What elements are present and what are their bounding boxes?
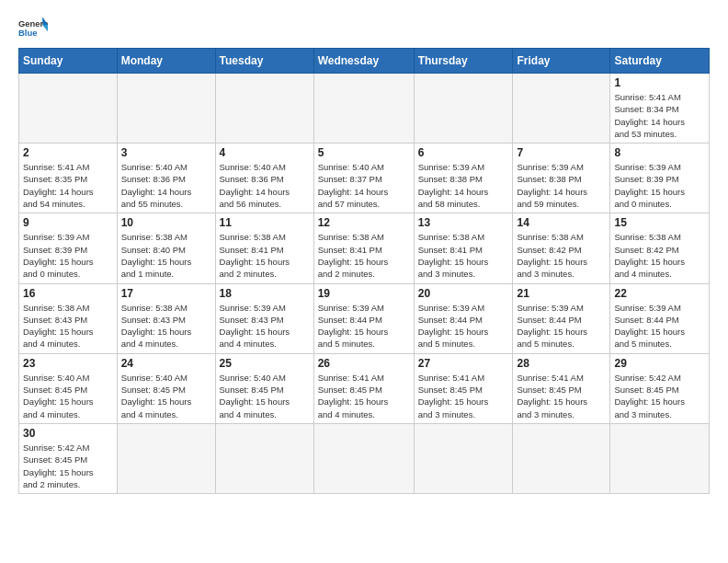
day-number: 28 [517,357,606,370]
calendar-day-cell: 14Sunrise: 5:38 AM Sunset: 8:42 PM Dayli… [513,213,610,283]
calendar-day-cell: 1Sunrise: 5:41 AM Sunset: 8:34 PM Daylig… [610,74,710,144]
calendar-day-cell: 23Sunrise: 5:40 AM Sunset: 8:45 PM Dayli… [19,353,118,423]
calendar-weekday-header: Saturday [610,49,710,74]
calendar-day-cell [414,423,513,493]
day-info: Sunrise: 5:40 AM Sunset: 8:36 PM Dayligh… [220,161,310,210]
calendar-week-row: 2Sunrise: 5:41 AM Sunset: 8:35 PM Daylig… [19,144,710,213]
calendar-day-cell [513,423,610,493]
calendar-weekday-header: Tuesday [215,49,313,74]
day-info: Sunrise: 5:39 AM Sunset: 8:44 PM Dayligh… [517,302,606,350]
day-number: 4 [220,146,310,159]
calendar-day-cell: 7Sunrise: 5:39 AM Sunset: 8:38 PM Daylig… [513,144,610,213]
calendar-day-cell: 17Sunrise: 5:38 AM Sunset: 8:43 PM Dayli… [117,283,215,353]
calendar-day-cell: 26Sunrise: 5:41 AM Sunset: 8:45 PM Dayli… [313,353,414,423]
day-number: 12 [318,216,410,229]
day-info: Sunrise: 5:39 AM Sunset: 8:38 PM Dayligh… [517,161,606,210]
day-number: 23 [23,357,113,370]
day-number: 16 [23,287,113,300]
calendar-day-cell: 5Sunrise: 5:40 AM Sunset: 8:37 PM Daylig… [313,144,414,213]
calendar-day-cell: 15Sunrise: 5:38 AM Sunset: 8:42 PM Dayli… [610,213,710,283]
day-number: 2 [23,146,113,159]
day-info: Sunrise: 5:39 AM Sunset: 8:44 PM Dayligh… [318,302,410,350]
day-info: Sunrise: 5:38 AM Sunset: 8:42 PM Dayligh… [614,231,705,280]
day-info: Sunrise: 5:38 AM Sunset: 8:43 PM Dayligh… [121,302,211,350]
calendar-day-cell [117,74,215,144]
day-info: Sunrise: 5:40 AM Sunset: 8:36 PM Dayligh… [121,161,211,210]
day-info: Sunrise: 5:39 AM Sunset: 8:43 PM Dayligh… [220,302,310,350]
calendar-day-cell [215,423,313,493]
calendar-week-row: 9Sunrise: 5:39 AM Sunset: 8:39 PM Daylig… [19,213,710,283]
day-number: 7 [517,146,606,159]
calendar-week-row: 16Sunrise: 5:38 AM Sunset: 8:43 PM Dayli… [19,283,710,353]
calendar-day-cell: 13Sunrise: 5:38 AM Sunset: 8:41 PM Dayli… [414,213,513,283]
day-info: Sunrise: 5:39 AM Sunset: 8:44 PM Dayligh… [614,302,705,350]
day-info: Sunrise: 5:40 AM Sunset: 8:45 PM Dayligh… [23,372,113,420]
day-info: Sunrise: 5:41 AM Sunset: 8:45 PM Dayligh… [418,372,509,420]
day-number: 1 [614,76,705,89]
day-number: 26 [318,357,410,370]
calendar-day-cell: 28Sunrise: 5:41 AM Sunset: 8:45 PM Dayli… [513,353,610,423]
calendar-week-row: 1Sunrise: 5:41 AM Sunset: 8:34 PM Daylig… [19,74,710,144]
calendar-day-cell: 19Sunrise: 5:39 AM Sunset: 8:44 PM Dayli… [313,283,414,353]
day-info: Sunrise: 5:42 AM Sunset: 8:45 PM Dayligh… [23,442,113,490]
day-number: 19 [318,287,410,300]
calendar-day-cell: 4Sunrise: 5:40 AM Sunset: 8:36 PM Daylig… [215,144,313,213]
day-number: 15 [614,216,705,229]
calendar-weekday-header: Friday [513,49,610,74]
calendar-table: SundayMondayTuesdayWednesdayThursdayFrid… [18,48,710,494]
calendar-day-cell [215,74,313,144]
day-number: 24 [121,357,211,370]
calendar-day-cell: 11Sunrise: 5:38 AM Sunset: 8:41 PM Dayli… [215,213,313,283]
day-info: Sunrise: 5:38 AM Sunset: 8:41 PM Dayligh… [418,231,509,280]
day-number: 8 [614,146,705,159]
day-number: 30 [23,427,113,440]
calendar-week-row: 23Sunrise: 5:40 AM Sunset: 8:45 PM Dayli… [19,353,710,423]
logo-icon: General Blue [18,15,48,40]
calendar-day-cell: 9Sunrise: 5:39 AM Sunset: 8:39 PM Daylig… [19,213,118,283]
calendar-day-cell: 2Sunrise: 5:41 AM Sunset: 8:35 PM Daylig… [19,144,118,213]
day-info: Sunrise: 5:40 AM Sunset: 8:45 PM Dayligh… [220,372,310,420]
day-info: Sunrise: 5:41 AM Sunset: 8:34 PM Dayligh… [614,91,705,140]
calendar-day-cell: 6Sunrise: 5:39 AM Sunset: 8:38 PM Daylig… [414,144,513,213]
calendar-day-cell: 8Sunrise: 5:39 AM Sunset: 8:39 PM Daylig… [610,144,710,213]
day-info: Sunrise: 5:39 AM Sunset: 8:44 PM Dayligh… [418,302,509,350]
calendar-header-row: SundayMondayTuesdayWednesdayThursdayFrid… [19,49,710,74]
day-number: 9 [23,216,113,229]
calendar-day-cell: 24Sunrise: 5:40 AM Sunset: 8:45 PM Dayli… [117,353,215,423]
calendar-day-cell: 18Sunrise: 5:39 AM Sunset: 8:43 PM Dayli… [215,283,313,353]
day-info: Sunrise: 5:41 AM Sunset: 8:35 PM Dayligh… [23,161,113,210]
day-number: 11 [220,216,310,229]
day-info: Sunrise: 5:41 AM Sunset: 8:45 PM Dayligh… [517,372,606,420]
day-number: 21 [517,287,606,300]
calendar-day-cell [610,423,710,493]
calendar-day-cell: 12Sunrise: 5:38 AM Sunset: 8:41 PM Dayli… [313,213,414,283]
calendar-weekday-header: Thursday [414,49,513,74]
calendar-weekday-header: Sunday [19,49,118,74]
svg-text:Blue: Blue [18,28,37,38]
day-number: 6 [418,146,509,159]
calendar-day-cell: 27Sunrise: 5:41 AM Sunset: 8:45 PM Dayli… [414,353,513,423]
day-number: 18 [220,287,310,300]
day-number: 20 [418,287,509,300]
day-number: 29 [614,357,705,370]
calendar-day-cell [313,423,414,493]
calendar-day-cell: 22Sunrise: 5:39 AM Sunset: 8:44 PM Dayli… [610,283,710,353]
day-number: 10 [121,216,211,229]
day-info: Sunrise: 5:38 AM Sunset: 8:40 PM Dayligh… [121,231,211,280]
day-info: Sunrise: 5:38 AM Sunset: 8:41 PM Dayligh… [318,231,410,280]
day-number: 14 [517,216,606,229]
day-number: 22 [614,287,705,300]
day-number: 3 [121,146,211,159]
day-number: 25 [220,357,310,370]
day-info: Sunrise: 5:39 AM Sunset: 8:39 PM Dayligh… [614,161,705,210]
calendar-day-cell [414,74,513,144]
day-info: Sunrise: 5:38 AM Sunset: 8:42 PM Dayligh… [517,231,606,280]
day-number: 13 [418,216,509,229]
page-header: General Blue [18,15,710,40]
calendar-weekday-header: Wednesday [313,49,414,74]
calendar-day-cell: 21Sunrise: 5:39 AM Sunset: 8:44 PM Dayli… [513,283,610,353]
day-info: Sunrise: 5:38 AM Sunset: 8:41 PM Dayligh… [220,231,310,280]
day-info: Sunrise: 5:38 AM Sunset: 8:43 PM Dayligh… [23,302,113,350]
calendar-day-cell [19,74,118,144]
calendar-day-cell [313,74,414,144]
